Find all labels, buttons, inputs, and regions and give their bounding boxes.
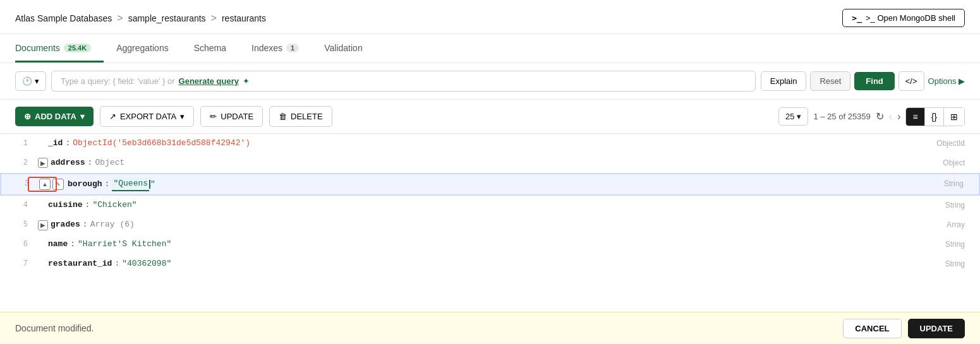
breadcrumb: Atlas Sample Databases > sample_restaura… <box>15 13 266 24</box>
collapse-row-button[interactable]: ▲ <box>39 179 51 190</box>
page-size-select[interactable]: 25 ▾ <box>778 107 808 126</box>
explain-button[interactable]: Explain <box>761 71 807 91</box>
find-button[interactable]: Find <box>854 72 894 90</box>
trash-icon: 🗑 <box>279 112 287 121</box>
breadcrumb-part3[interactable]: restaurants <box>222 13 266 23</box>
delete-label: DELETE <box>291 112 323 121</box>
add-data-chevron: ▾ <box>80 112 85 121</box>
sparkle-icon: ✦ <box>243 76 250 86</box>
json-view-icon: {} <box>931 112 937 122</box>
borough-editing-text[interactable]: "Queens <box>112 177 149 192</box>
chevron-left-icon: ‹ <box>889 111 892 122</box>
query-history-button[interactable]: 🕐 ▾ <box>15 71 46 91</box>
page-size-value: 25 <box>785 112 794 121</box>
line-num-6: 6 <box>13 239 28 251</box>
delete-button[interactable]: 🗑 DELETE <box>269 106 332 127</box>
field-value-id: ObjectId('5eb3d668b31de5d588f42942') <box>73 137 250 150</box>
options-button[interactable]: Options ▶ <box>928 76 965 86</box>
field-value-name: "Harriet'S Kitchen" <box>78 238 171 251</box>
field-key-restaurant-id: restaurant_id <box>48 258 112 271</box>
page-size-chevron: ▾ <box>797 112 801 121</box>
breadcrumb-sep1: > <box>117 13 123 24</box>
breadcrumb-part2[interactable]: sample_restaurants <box>128 13 206 23</box>
doc-row-borough: 3 ▲ ✎ borough : "Queens" String <box>0 173 980 196</box>
tab-aggregations-label: Aggregations <box>116 43 169 53</box>
field-value-borough[interactable]: "Queens" <box>112 177 155 192</box>
export-chevron: ▾ <box>180 112 185 121</box>
cancel-button[interactable]: CANCEL <box>843 319 901 338</box>
field-key-id: _id <box>48 137 63 150</box>
view-buttons: ≡ {} ⊞ <box>905 107 965 126</box>
tab-documents-badge: 25.4K <box>64 44 91 52</box>
query-placeholder: Type a query: { field: 'value' } or <box>61 76 175 86</box>
toolbar-right: 25 ▾ 1 – 25 of 25359 ↻ ‹ › ≡ {} ⊞ <box>778 107 965 126</box>
code-button[interactable]: </> <box>898 71 924 91</box>
line-num-1: 1 <box>13 138 28 150</box>
tab-indexes-badge: 1 <box>286 44 299 52</box>
pencil-icon: ✏ <box>210 112 217 121</box>
doc-row-name: 6 name : "Harriet'S Kitchen" String <box>0 235 980 254</box>
prev-page-button[interactable]: ‹ <box>889 111 892 122</box>
field-type-grades: Array <box>947 219 965 231</box>
doc-row-cuisine: 4 cuisine : "Chicken" String <box>0 196 980 215</box>
expand-grades-button[interactable]: ▶ <box>38 220 48 230</box>
options-label: Options ▶ <box>928 76 965 86</box>
doc-row-id: 1 _id : ObjectId('5eb3d668b31de5d588f429… <box>0 134 980 153</box>
field-type-borough: String <box>944 178 964 190</box>
field-type-address: Object <box>943 157 965 169</box>
table-view-button[interactable]: ⊞ <box>944 108 964 126</box>
update-label: UPDATE <box>221 112 253 121</box>
footer-bar: Document modified. CANCEL UPDATE <box>0 312 980 344</box>
code-icon: </> <box>905 76 917 86</box>
field-key-grades: grades <box>51 218 80 232</box>
tab-schema[interactable]: Schema <box>194 34 239 62</box>
line-num-5: 5 <box>13 219 28 231</box>
chevron-down-icon: ▾ <box>35 76 39 86</box>
line-num-3: 3 <box>14 178 29 190</box>
export-data-button[interactable]: ↗ EXPORT DATA ▾ <box>100 106 194 127</box>
export-data-label: EXPORT DATA <box>120 112 176 121</box>
toolbar: ⊕ ADD DATA ▾ ↗ EXPORT DATA ▾ ✏ UPDATE 🗑 … <box>0 100 980 134</box>
next-page-button[interactable]: › <box>897 111 900 122</box>
field-type-id: ObjectId <box>936 138 965 150</box>
footer-message: Document modified. <box>15 323 94 333</box>
refresh-button[interactable]: ↻ <box>876 110 884 122</box>
field-key-address: address <box>51 157 85 170</box>
update-button[interactable]: ✏ UPDATE <box>200 106 263 127</box>
add-data-button[interactable]: ⊕ ADD DATA ▾ <box>15 107 94 126</box>
tab-schema-label: Schema <box>194 43 226 53</box>
toolbar-left: ⊕ ADD DATA ▾ ↗ EXPORT DATA ▾ ✏ UPDATE 🗑 … <box>15 106 332 127</box>
field-type-name: String <box>945 239 965 251</box>
tab-indexes[interactable]: Indexes 1 <box>251 34 312 62</box>
shell-icon: >_ <box>852 13 862 23</box>
tab-aggregations[interactable]: Aggregations <box>116 34 181 62</box>
tab-validation[interactable]: Validation <box>324 34 375 62</box>
field-type-restaurant-id: String <box>945 258 965 270</box>
plus-circle-icon: ⊕ <box>24 112 31 121</box>
tab-indexes-label: Indexes <box>251 43 282 53</box>
generate-query-link[interactable]: Generate query <box>179 76 239 86</box>
update-footer-button[interactable]: UPDATE <box>908 319 965 338</box>
add-data-label: ADD DATA <box>35 112 76 121</box>
tab-documents[interactable]: Documents 25.4K <box>15 34 104 62</box>
open-shell-label: >_ Open MongoDB shell <box>866 13 955 23</box>
reset-button[interactable]: Reset <box>810 71 850 91</box>
chevron-right-icon: › <box>897 111 900 122</box>
export-icon: ↗ <box>109 112 116 121</box>
open-shell-button[interactable]: >_ >_ Open MongoDB shell <box>842 9 965 27</box>
page-info: 1 – 25 of 25359 <box>813 112 870 121</box>
list-view-icon: ≡ <box>912 112 917 122</box>
query-bar: 🕐 ▾ Type a query: { field: 'value' } or … <box>0 63 980 100</box>
field-value-cuisine: "Chicken" <box>92 199 136 212</box>
json-view-button[interactable]: {} <box>925 108 944 126</box>
breadcrumb-part1[interactable]: Atlas Sample Databases <box>15 13 112 23</box>
field-value-restaurant-id: "40362098" <box>122 258 171 271</box>
expand-address-button[interactable]: ▶ <box>38 158 48 168</box>
tab-validation-label: Validation <box>324 43 362 53</box>
edit-row-button[interactable]: ✎ <box>52 179 64 190</box>
list-view-button[interactable]: ≡ <box>906 108 924 126</box>
breadcrumb-bar: Atlas Sample Databases > sample_restaura… <box>0 0 980 34</box>
query-actions: Explain Reset Find </> Options ▶ <box>761 71 965 91</box>
query-input-area[interactable]: Type a query: { field: 'value' } or Gene… <box>51 71 756 92</box>
field-key-cuisine: cuisine <box>48 199 83 212</box>
